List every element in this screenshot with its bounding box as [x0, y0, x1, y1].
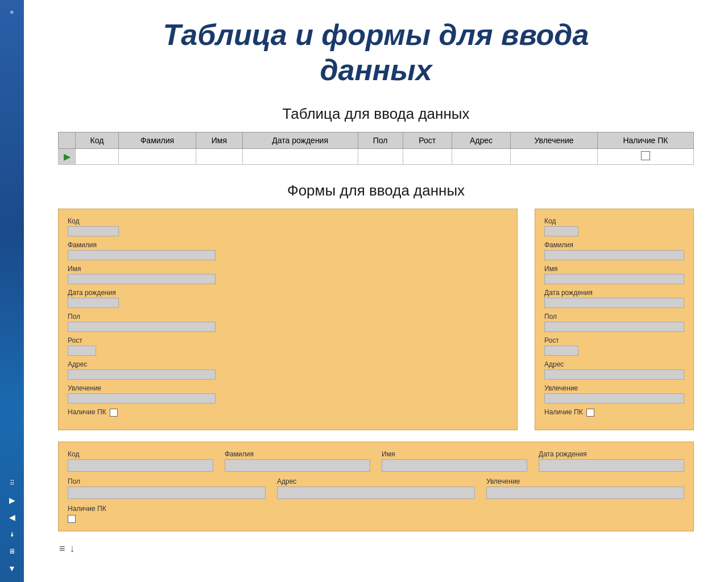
form-right-pk-label: Наличие ПК: [544, 408, 583, 416]
form-right-pol-field: Пол: [544, 313, 684, 332]
form-right-data-input[interactable]: [544, 298, 684, 308]
form-right-pk-field: Наличие ПК: [544, 408, 684, 417]
main-content: Таблица и формы для ввода данных Таблица…: [24, 0, 728, 582]
form-wide-uvlechenie-input[interactable]: [486, 487, 684, 499]
form-right-uvlechenie-field: Увлечение: [544, 384, 684, 404]
form-wide-data-field: Дата рождения: [539, 450, 684, 472]
form-right-kod-input[interactable]: [544, 226, 578, 236]
form-wide-pol-field: Пол: [68, 477, 266, 499]
form-wide-pk-checkbox[interactable]: [68, 515, 76, 523]
form-right-rost-input[interactable]: [544, 346, 578, 356]
form-wide-kod-input[interactable]: [68, 459, 213, 472]
table-cell-rost[interactable]: [403, 148, 452, 164]
table-cell-kod[interactable]: [76, 148, 119, 164]
form-right: Код Фамилия Имя Дата рождения Пол: [535, 209, 694, 430]
form-left-rost-field: Рост: [68, 336, 508, 356]
table-header-uvlechenie: Увлечение: [511, 132, 598, 148]
form-right-imya-field: Имя: [544, 265, 684, 284]
table-cell-pk[interactable]: [597, 148, 693, 164]
form-wide-imya-label: Имя: [382, 450, 527, 458]
bottom-icon-left[interactable]: ≡: [59, 543, 65, 555]
table-cell-imya[interactable]: [196, 148, 243, 164]
form-left-imya-input[interactable]: [68, 274, 216, 284]
form-wide-familiya-label: Фамилия: [225, 450, 370, 458]
form-right-familiya-input[interactable]: [544, 250, 684, 260]
form-left-adres-input[interactable]: [68, 369, 216, 380]
table-header-pol: Пол: [358, 132, 403, 148]
form-left-adres-label: Адрес: [68, 360, 508, 368]
form-left-familiya-input[interactable]: [68, 250, 216, 260]
form-right-uvlechenie-input[interactable]: [544, 393, 684, 404]
sidebar-arrow-left[interactable]: ◀: [5, 510, 19, 524]
form-wide-pk-label: Наличие ПК: [68, 505, 106, 513]
form-left-data-input[interactable]: [68, 298, 119, 308]
form-wide-adres-input[interactable]: [277, 487, 475, 499]
sidebar-arrow-down[interactable]: ▼: [5, 562, 19, 575]
table-section-title: Таблица для ввода данных: [58, 105, 694, 123]
table-row-nav: ▶: [59, 148, 76, 164]
form-left: Код Фамилия Имя Дата рождения Пол: [58, 209, 518, 430]
bottom-icon-right[interactable]: ↓: [70, 543, 75, 555]
table-pk-checkbox[interactable]: [641, 151, 650, 160]
bottom-icons: ≡ ↓: [58, 543, 694, 555]
form-left-kod-label: Код: [68, 217, 508, 225]
form-wide-familiya-field: Фамилия: [225, 450, 370, 472]
form-left-kod-input[interactable]: [68, 226, 119, 236]
form-left-rost-input[interactable]: [68, 346, 96, 356]
table-cell-adres[interactable]: [452, 148, 510, 164]
form-right-data-label: Дата рождения: [544, 289, 684, 297]
form-left-uvlechenie-input[interactable]: [68, 393, 216, 404]
table-header-adres: Адрес: [452, 132, 510, 148]
form-wide: Код Фамилия Имя Дата рождения: [58, 442, 694, 531]
form-left-pk-checkbox[interactable]: [110, 409, 118, 417]
form-left-pk-field: Наличие ПК: [68, 408, 508, 417]
form-wide-data-input[interactable]: [539, 459, 684, 472]
form-left-pol-input[interactable]: [68, 322, 216, 332]
form-left-adres-field: Адрес: [68, 360, 508, 380]
forms-section: Формы для ввода данных Код Фамилия Имя: [58, 182, 694, 531]
table-header-familiya: Фамилия: [118, 132, 196, 148]
form-right-rost-field: Рост: [544, 336, 684, 356]
sidebar-thermo[interactable]: 🌡: [5, 527, 19, 541]
form-left-familiya-label: Фамилия: [68, 241, 508, 249]
page-title: Таблица и формы для ввода данных: [58, 17, 694, 88]
form-wide-uvlechenie-label: Увлечение: [486, 477, 684, 485]
forms-row-top: Код Фамилия Имя Дата рождения Пол: [58, 209, 694, 430]
sidebar-grid-icon[interactable]: ⠿: [5, 476, 19, 490]
form-right-pk-checkbox[interactable]: [586, 409, 594, 417]
sidebar-icon-1[interactable]: ⚬: [5, 6, 19, 19]
form-left-uvlechenie-field: Увлечение: [68, 384, 508, 404]
form-left-uvlechenie-label: Увлечение: [68, 384, 508, 392]
form-wide-pol-input[interactable]: [68, 487, 266, 499]
sidebar-arrow-right[interactable]: ▶: [5, 493, 19, 507]
form-wide-imya-input[interactable]: [382, 459, 527, 472]
form-wide-pk-checkbox-row: [68, 515, 684, 523]
form-left-kod-field: Код: [68, 217, 508, 236]
form-wide-row1: Код Фамилия Имя Дата рождения: [68, 450, 684, 472]
form-wide-row2: Пол Адрес Увлечение: [68, 477, 684, 499]
sidebar-monitor[interactable]: 🖥: [5, 544, 19, 558]
table-cell-familiya[interactable]: [118, 148, 196, 164]
form-right-adres-input[interactable]: [544, 369, 684, 380]
data-table: Код Фамилия Имя Дата рождения Пол Рост А…: [58, 132, 694, 165]
table-header-pk: Наличие ПК: [597, 132, 693, 148]
forms-section-title: Формы для ввода данных: [58, 182, 694, 199]
form-wide-adres-field: Адрес: [277, 477, 475, 499]
table-header-imya: Имя: [196, 132, 243, 148]
form-left-data-label: Дата рождения: [68, 289, 508, 297]
table-cell-pol[interactable]: [358, 148, 403, 164]
table-cell-data[interactable]: [242, 148, 358, 164]
form-right-imya-input[interactable]: [544, 274, 684, 284]
form-left-pol-label: Пол: [68, 313, 508, 321]
table-header-rost: Рост: [403, 132, 452, 148]
table-cell-uvlechenie[interactable]: [511, 148, 598, 164]
form-right-pol-input[interactable]: [544, 322, 684, 332]
form-right-adres-label: Адрес: [544, 360, 684, 368]
form-right-uvlechenie-label: Увлечение: [544, 384, 684, 392]
nav-arrow-icon: ▶: [64, 152, 71, 161]
table-section: Таблица для ввода данных Код Фамилия Имя…: [58, 105, 694, 165]
form-left-imya-field: Имя: [68, 265, 508, 284]
form-wide-familiya-input[interactable]: [225, 459, 370, 472]
form-wide-pk-field: Наличие ПК: [68, 505, 684, 514]
form-right-kod-field: Код: [544, 217, 684, 236]
